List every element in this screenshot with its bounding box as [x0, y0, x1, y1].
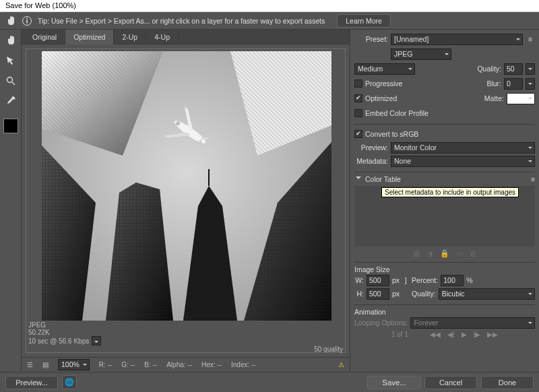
color-table-label: Color Table	[365, 175, 401, 183]
convert-srgb-label: Convert to sRGB	[365, 130, 418, 138]
window-title: Save for Web (100%)	[0, 0, 539, 12]
color-table-menu-icon[interactable]: ≡	[531, 175, 535, 183]
width-input[interactable]: 500	[367, 275, 389, 286]
info-icon	[22, 15, 32, 26]
image-size-label: Image Size	[354, 265, 390, 273]
height-input[interactable]: 500	[367, 288, 389, 300]
embed-icc-label: Embed Color Profile	[365, 109, 429, 117]
width-unit: px	[392, 276, 400, 284]
blur-input[interactable]: 0	[504, 78, 523, 90]
optimized-label: Optimized	[365, 94, 397, 102]
preset-select[interactable]: [Unnamed]	[391, 34, 523, 45]
animation-label: Animation	[354, 308, 386, 316]
readout-format: JPEG	[28, 321, 343, 329]
quality-slider-toggle[interactable]	[526, 63, 535, 75]
percent-input[interactable]: 100	[441, 275, 464, 286]
info-b: B: --	[144, 361, 157, 368]
metadata-select[interactable]: None	[391, 156, 535, 167]
svg-rect-1	[26, 20, 28, 23]
readout-time: 10 sec @ 56.6 Kbps	[28, 337, 89, 345]
matte-label: Matte:	[484, 94, 504, 102]
width-label: W:	[354, 276, 364, 284]
anim-play-button: ▶	[459, 331, 470, 338]
progressive-label: Progressive	[365, 79, 402, 88]
preview-label: Preview:	[354, 143, 388, 152]
info-alpha: Alpha: --	[166, 361, 192, 368]
ct-icon-2[interactable]: ◑	[426, 249, 433, 258]
hamburger-icon[interactable]: ☰	[27, 361, 33, 368]
preview-button[interactable]: Preview...	[5, 376, 58, 389]
progressive-checkbox[interactable]	[354, 79, 362, 88]
preset-label: Preset:	[354, 35, 388, 43]
optimized-checkbox[interactable]	[354, 94, 362, 102]
convert-srgb-checkbox[interactable]	[354, 130, 362, 138]
readout-size: 50.22K	[28, 329, 343, 336]
preset-menu-icon[interactable]: ≡	[526, 35, 535, 43]
svg-point-3	[7, 77, 12, 83]
save-button[interactable]: Save...	[367, 375, 421, 389]
slice-select-tool[interactable]	[3, 53, 19, 69]
ct-lock-icon[interactable]: 🔒	[440, 249, 449, 258]
height-unit: px	[392, 290, 400, 298]
zoom-tool[interactable]	[3, 73, 19, 89]
tab-4up[interactable]: 4-Up	[146, 30, 179, 44]
info-index: Index: --	[231, 361, 256, 368]
learn-more-button[interactable]: Learn More	[337, 14, 391, 28]
preview-select[interactable]: Monitor Color	[391, 142, 535, 154]
percent-unit: %	[466, 276, 472, 284]
svg-line-4	[12, 82, 15, 85]
looping-select: Forever	[410, 317, 535, 329]
eyedropper-tool[interactable]	[3, 93, 19, 109]
svg-point-2	[26, 18, 28, 19]
format-select[interactable]: JPEG	[391, 48, 451, 60]
browser-preview-button[interactable]: 🌐	[62, 375, 77, 389]
tab-optimized[interactable]: Optimized	[65, 30, 114, 44]
image-preview[interactable]	[42, 51, 331, 321]
hand-tool[interactable]	[3, 32, 19, 48]
tab-original[interactable]: Original	[24, 30, 65, 44]
matte-select[interactable]	[507, 93, 535, 104]
ct-new-icon[interactable]: ▭	[456, 249, 463, 258]
ct-trash-icon[interactable]: 🗑	[470, 249, 477, 258]
metadata-label: Metadata:	[354, 157, 388, 165]
resample-quality-select[interactable]: Bicubic	[439, 288, 535, 300]
blur-label: Blur:	[486, 79, 501, 88]
info-g: G: --	[121, 361, 135, 368]
compression-select[interactable]: Medium	[354, 63, 415, 75]
tab-2up[interactable]: 2-Up	[114, 30, 146, 44]
looping-label: Looping Options:	[354, 319, 408, 327]
readout-quality: 50 quality	[314, 346, 343, 353]
done-button[interactable]: Done	[481, 376, 534, 389]
ct-icon-1[interactable]: ▦	[413, 249, 420, 258]
anim-next-button: |▶	[471, 331, 484, 338]
quality-label: Quality:	[477, 65, 501, 73]
percent-label: Percent:	[412, 276, 438, 284]
embed-icc-checkbox[interactable]	[354, 109, 362, 117]
resample-quality-label: Quality:	[412, 290, 436, 298]
warning-icon[interactable]: ⚠	[338, 361, 344, 368]
zoom-select[interactable]: 100%	[58, 359, 90, 370]
hand-icon	[5, 15, 16, 26]
readout-time-menu[interactable]	[92, 336, 101, 346]
info-r: R: --	[99, 361, 112, 368]
metadata-tooltip: Select metadata to include in output ima…	[381, 187, 519, 197]
anim-prev-button: ◀|	[445, 331, 457, 338]
eyedropper-color-swatch[interactable]	[3, 119, 18, 133]
anim-last-button: ▶▶	[484, 331, 501, 338]
anim-first-button: ◀◀	[427, 331, 443, 338]
height-label: H:	[354, 290, 364, 298]
link-icon[interactable]: ]	[402, 276, 409, 284]
page-icon[interactable]: ▤	[42, 361, 49, 368]
info-hex: Hex: --	[201, 361, 222, 368]
cancel-button[interactable]: Cancel	[424, 376, 477, 389]
anim-frame-readout: 1 of 1	[389, 331, 411, 338]
color-table-area: Select metadata to include in output ima…	[354, 186, 535, 247]
blur-slider-toggle[interactable]	[526, 78, 535, 90]
quality-input[interactable]: 50	[504, 63, 523, 75]
tip-text: Tip: Use File > Export > Export As... or…	[38, 17, 325, 25]
